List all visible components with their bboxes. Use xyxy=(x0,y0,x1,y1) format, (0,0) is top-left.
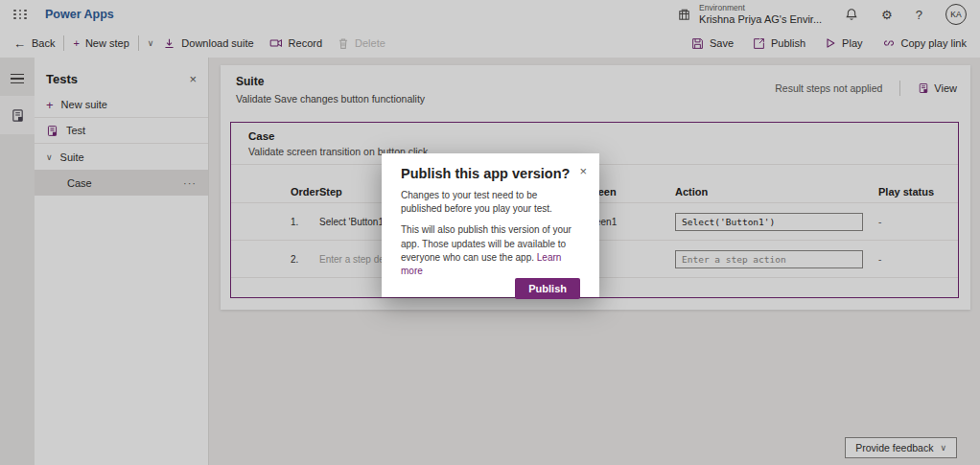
dialog-title: Publish this app version? xyxy=(401,166,580,181)
dialog-body-2: This will also publish this version of y… xyxy=(401,223,580,278)
publish-confirm-button[interactable]: Publish xyxy=(515,278,580,299)
dialog-body-1: Changes to your test need to be publishe… xyxy=(401,189,580,216)
close-icon[interactable]: × xyxy=(579,164,587,178)
publish-dialog: Publish this app version? × Changes to y… xyxy=(382,153,599,297)
